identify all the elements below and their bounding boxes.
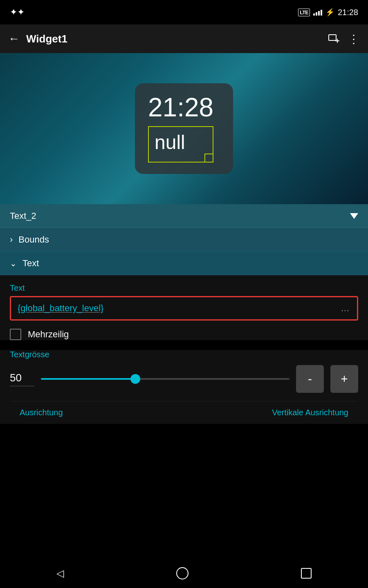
magic-icon: ✦✦ — [10, 7, 25, 18]
increase-size-button[interactable]: + — [330, 365, 358, 393]
collapse-icon — [350, 213, 358, 219]
slider-thumb[interactable] — [130, 374, 140, 384]
multiline-label: Mehrzeilig — [28, 329, 69, 340]
more-options-icon[interactable]: ⋮ — [348, 32, 360, 46]
multiline-row: Mehrzeilig — [10, 329, 358, 340]
app-bar-actions: ⋮ — [328, 32, 360, 46]
size-row: 50 - + — [10, 365, 358, 393]
textgroesse-section: Textgrösse 50 - + Ausrichtung Vertikale … — [0, 350, 368, 424]
status-time: 21:28 — [338, 8, 358, 17]
app-title: Widget1 — [26, 33, 322, 45]
back-button[interactable]: ← — [8, 32, 20, 45]
text2-header-label: Text_2 — [10, 211, 36, 221]
text-row-label: Text — [22, 258, 39, 269]
widget-time: 21:28 — [148, 93, 213, 122]
decrease-size-button[interactable]: - — [296, 365, 324, 393]
widget-null-box: null — [148, 126, 213, 163]
nav-recents-button[interactable] — [301, 568, 312, 579]
nav-back-button[interactable]: ◁ — [56, 568, 64, 579]
text-input-dots[interactable]: … — [341, 303, 350, 314]
slider-fill — [41, 378, 135, 380]
signal-bar-3 — [318, 11, 320, 16]
status-bar: ✦✦ LTE ⚡ 21:28 — [0, 0, 368, 24]
text-row[interactable]: ⌄ Text — [0, 252, 368, 275]
signal-bar-4 — [321, 10, 322, 16]
status-bar-left: ✦✦ — [10, 7, 25, 18]
status-bar-right: LTE ⚡ 21:28 — [298, 8, 358, 17]
svg-rect-0 — [329, 35, 336, 40]
text-input-container[interactable]: … — [10, 296, 358, 321]
widget-preview: 21:28 null — [0, 53, 368, 204]
signal-bars-icon — [313, 9, 322, 16]
nav-home-icon — [176, 567, 188, 579]
ausrichtung-label: Ausrichtung — [20, 408, 63, 417]
text-field-label: Text — [10, 283, 358, 293]
multiline-checkbox[interactable] — [10, 329, 21, 340]
add-widget-svg — [328, 34, 340, 43]
textgroesse-label: Textgrösse — [10, 350, 358, 359]
widget-card: 21:28 null — [135, 83, 233, 174]
bounds-row[interactable]: › Bounds — [0, 228, 368, 252]
size-slider[interactable] — [41, 378, 289, 380]
battery-icon: ⚡ — [325, 8, 334, 17]
settings-section: Text … Mehrzeilig — [0, 275, 368, 340]
text-input[interactable] — [18, 303, 337, 314]
add-widget-icon[interactable] — [328, 34, 340, 43]
properties-panel: Text_2 › Bounds ⌄ Text — [0, 204, 368, 275]
widget-null-corner — [204, 154, 213, 163]
bounds-label: Bounds — [18, 234, 49, 245]
widget-null-text: null — [155, 131, 185, 153]
size-value: 50 — [10, 372, 34, 386]
app-bar: ← Widget1 ⋮ — [0, 24, 368, 53]
chevron-down-icon: ⌄ — [10, 258, 17, 268]
ausrichtung-row: Ausrichtung Vertikale Ausrichtung — [10, 401, 358, 424]
text2-header[interactable]: Text_2 — [0, 204, 368, 228]
nav-bar: ◁ — [0, 559, 368, 588]
lte-badge: LTE — [298, 9, 310, 16]
chevron-right-icon: › — [10, 234, 13, 245]
nav-recents-icon — [301, 568, 312, 579]
signal-bar-2 — [316, 12, 317, 16]
nav-home-button[interactable] — [176, 567, 188, 579]
vertical-ausrichtung-label: Vertikale Ausrichtung — [272, 408, 348, 417]
signal-bar-1 — [313, 13, 315, 16]
